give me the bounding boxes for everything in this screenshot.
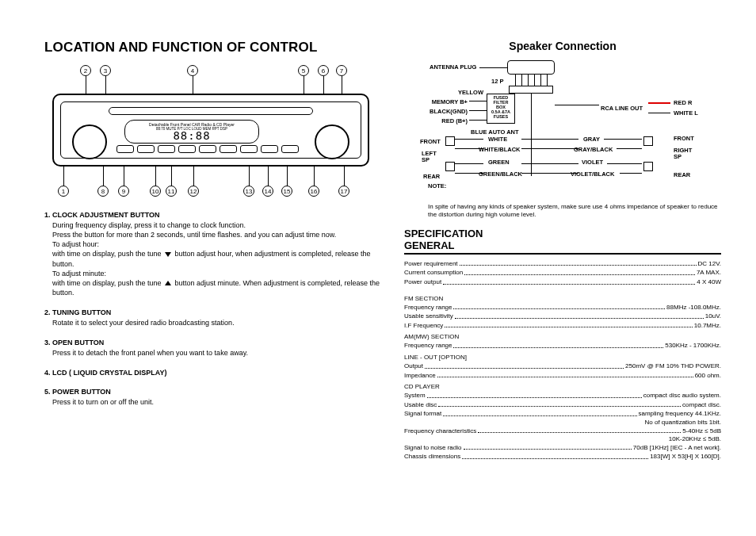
section-heading: 5. POWER BUTTON — [44, 388, 385, 396]
spec-value: 88MHz -108.0MHz. — [666, 303, 721, 312]
spec-value: sampling frequency 44.1KHz. — [639, 409, 722, 419]
red-b-plus-label: RED (B+) — [428, 117, 468, 124]
white-black-wire-label: WHITE/BLACK — [479, 146, 521, 153]
white-l-label: WHITE L — [674, 109, 698, 117]
spec-general: Power requirementDC 12V.Current consumpt… — [404, 259, 721, 287]
section-body-line: Rotate it to select your desired radio b… — [44, 318, 385, 327]
spec-cd: Systemcompact disc audio system.Usable d… — [404, 391, 721, 419]
callout-8: 8 — [97, 186, 109, 197]
section-body-line: During frequency display, press it to ch… — [44, 220, 385, 230]
callout-5: 5 — [298, 65, 309, 76]
yellow-label: YELLOW — [450, 89, 483, 96]
freq-char-note: 10K-20KHz ≤ 5dB. — [404, 435, 721, 443]
section-body-line: with time on display, push the tune butt… — [44, 249, 385, 268]
spec-key: Current consumption — [404, 268, 463, 278]
speaker-icon — [445, 136, 455, 146]
dot-leader — [425, 362, 624, 369]
dot-leader — [443, 409, 636, 416]
spec-value: DC 12V. — [698, 259, 722, 269]
spec-key: Frequency range — [404, 303, 452, 312]
white-wire-label: WHITE — [488, 136, 507, 143]
left-column: LOCATION AND FUNCTION OF CONTROL 2 3 4 5… — [44, 40, 385, 461]
dot-leader — [462, 452, 648, 459]
dot-leader — [478, 427, 681, 434]
section-heading: 2. TUNING BUTTON — [44, 308, 385, 316]
spec-cd-2: Frequency characteristics5-40Hz ≤ 5dB — [404, 427, 721, 436]
dot-leader — [464, 268, 695, 275]
spec-row: Impedance600 ohm. — [404, 371, 721, 381]
spec-row: Systemcompact disc audio system. — [404, 391, 721, 400]
spec-key: Power requirement — [404, 259, 458, 269]
p12-label: 12 P — [491, 78, 503, 85]
specification-heading: SPECIFICATIONGENERAL — [404, 228, 721, 255]
callout-16: 16 — [308, 186, 319, 197]
spec-value: 4 X 40W — [697, 278, 721, 287]
cd-player-heading: CD PLAYER — [404, 383, 721, 390]
dot-leader — [455, 312, 704, 319]
spec-row: Frequency range88MHz -108.0MHz. — [404, 303, 721, 312]
cd-slot — [109, 107, 313, 115]
control-section: 1. CLOCK ADJUSTMENT BUTTONDuring frequen… — [44, 211, 385, 297]
left-sp-label: LEFTSP — [422, 151, 437, 163]
right-sp-label: RIGHTSP — [674, 147, 692, 159]
control-descriptions: 1. CLOCK ADJUSTMENT BUTTONDuring frequen… — [44, 211, 385, 408]
spec-row: Signal to noise radio70dB [1KHz] [IEC - … — [404, 443, 721, 453]
section-heading: 4. LCD ( LIQUID CRYSTAL DISPLAY) — [44, 369, 385, 377]
spec-fm: Frequency range88MHz -108.0MHz.Usable se… — [404, 303, 721, 331]
preset-buttons — [116, 145, 299, 153]
section-body-line: To adjust minute: — [44, 269, 385, 278]
spec-row: Frequency range530KHz - 1700KHz. — [404, 341, 721, 350]
main-connector — [507, 60, 555, 75]
front-right-label: FRONT — [674, 135, 694, 142]
spec-row: Usable disccompact disc. — [404, 400, 721, 410]
callout-7: 7 — [336, 65, 347, 76]
callout-11: 11 — [166, 186, 177, 197]
callout-14: 14 — [262, 186, 273, 197]
dot-leader — [438, 400, 681, 408]
spec-row: Power requirementDC 12V. — [404, 259, 721, 269]
spec-key: Signal format — [404, 409, 441, 419]
green-black-wire-label: GREEN/BLACK — [479, 170, 522, 178]
control-section: 5. POWER BUTTONPress it to turn on or of… — [44, 388, 385, 407]
callout-15: 15 — [281, 186, 292, 197]
control-section: 2. TUNING BUTTONRotate it to select your… — [44, 308, 385, 327]
dot-leader — [437, 371, 693, 378]
rear-right-label: REAR — [674, 171, 690, 178]
fm-section-heading: FM SECTION — [404, 295, 721, 302]
spec-row: Chassis dimensions183[W] X 53[H] X 160[D… — [404, 452, 721, 461]
callout-6: 6 — [318, 65, 329, 76]
section-body-line: To adjust hour: — [44, 239, 385, 249]
memory-b-plus-label: MEMORY B+ — [420, 98, 468, 105]
violet-black-wire-label: VIOLET/BLACK — [571, 170, 614, 178]
dot-leader — [445, 321, 692, 328]
spec-key: Frequency range — [404, 341, 452, 350]
fuse-box: FUSEDFILTERBOX0.5A &7AFUSES — [487, 94, 515, 124]
spec-key: Output — [404, 362, 423, 371]
dot-leader — [443, 278, 695, 285]
spec-value: 70dB [1KHz] [IEC - A net work]. — [633, 443, 721, 453]
spec-key: Signal to noise radio — [404, 443, 462, 453]
spec-key: Frequency characteristics — [404, 427, 476, 436]
dot-leader — [453, 303, 665, 310]
rear-left-label: REAR — [423, 173, 440, 180]
antenna-plug-label: ANTENNA PLUG — [430, 63, 476, 71]
spec-line-out: Output250mV @ FM 10% THD POWER.Impedance… — [404, 362, 721, 380]
speaker-icon — [643, 162, 653, 171]
spec-value: 10.7MHz. — [694, 321, 721, 331]
wiring-diagram: ANTENNA PLUG 12 P YELLOW MEMORY B+ BLACK… — [404, 57, 720, 200]
callout-17: 17 — [338, 186, 349, 197]
spec-row: I.F Frequency10.7MHz. — [404, 321, 721, 331]
section-body-line: Press it to detach the front panel when … — [44, 348, 385, 358]
spec-am: Frequency range530KHz - 1700KHz. — [404, 341, 721, 350]
dot-leader — [427, 391, 642, 398]
iso-plug — [509, 86, 553, 94]
spec-row: Frequency characteristics5-40Hz ≤ 5dB — [404, 427, 721, 436]
triangle-down-icon — [165, 252, 171, 257]
tune-knob — [72, 124, 107, 159]
car-stereo-outline: Detachable Front Panel CAR Radio & CD Pl… — [52, 94, 369, 167]
triangle-up-icon — [165, 281, 171, 285]
spec-value: 10uV. — [705, 312, 721, 321]
quantization-note: No of quantization bits 1bit. — [404, 419, 721, 427]
spec-key: Usable sensitivity — [404, 312, 453, 321]
blue-auto-ant-label: BLUE AUTO ANT — [471, 128, 519, 136]
